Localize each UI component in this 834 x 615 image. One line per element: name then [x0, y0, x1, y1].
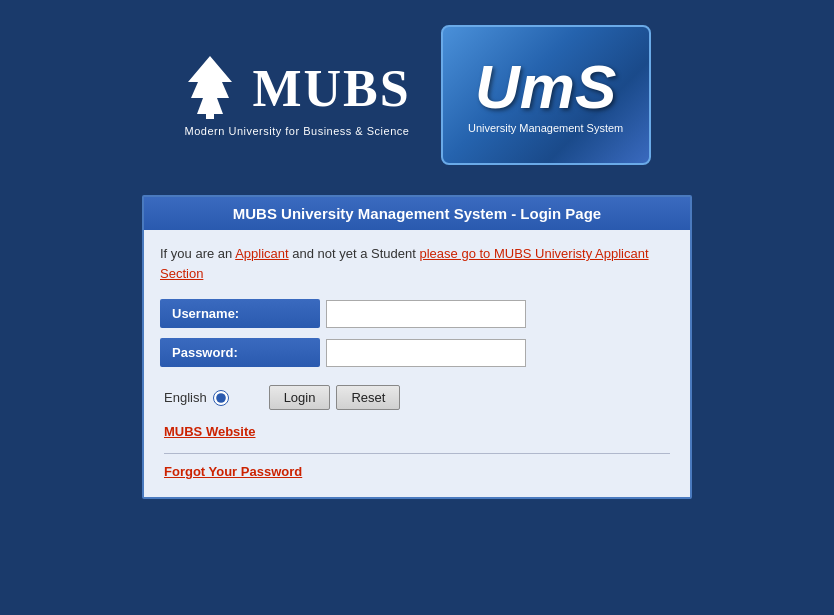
username-row: Username: — [160, 299, 674, 328]
username-input[interactable] — [326, 300, 526, 328]
divider — [164, 453, 670, 454]
notice-pre: If you are an — [160, 246, 235, 261]
mubs-wordmark: MUBS — [252, 59, 410, 118]
reset-button[interactable]: Reset — [336, 385, 400, 410]
password-row: Password: — [160, 338, 674, 367]
login-body: If you are an Applicant and not yet a St… — [144, 230, 690, 497]
header-section: MUBS Modern University for Business & Sc… — [0, 0, 834, 185]
mubs-logo: MUBS Modern University for Business & Sc… — [183, 54, 410, 137]
ums-subtitle: University Management System — [468, 122, 623, 134]
svg-rect-1 — [206, 112, 214, 119]
notice-post: and not yet a Student — [292, 246, 419, 261]
password-input[interactable] — [326, 339, 526, 367]
language-label: English — [164, 390, 207, 405]
form-actions: English Login Reset — [160, 377, 674, 418]
login-box: MUBS University Management System - Logi… — [142, 195, 692, 499]
links-section: MUBS Website Forgot Your Password — [160, 418, 674, 483]
password-label: Password: — [160, 338, 320, 367]
forgot-password-link[interactable]: Forgot Your Password — [164, 464, 670, 479]
login-container: MUBS University Management System - Logi… — [0, 185, 834, 509]
language-section: English — [164, 390, 229, 406]
ums-text: UmS — [475, 56, 616, 118]
mubs-subtitle: Modern University for Business & Science — [185, 125, 410, 137]
mubs-website-link[interactable]: MUBS Website — [164, 424, 670, 439]
username-label: Username: — [160, 299, 320, 328]
tree-icon — [183, 54, 238, 123]
svg-marker-0 — [188, 56, 232, 114]
applicant-link[interactable]: Applicant — [235, 246, 288, 261]
login-button[interactable]: Login — [269, 385, 331, 410]
language-radio[interactable] — [213, 390, 229, 406]
login-title: MUBS University Management System - Logi… — [144, 197, 690, 230]
ums-logo: UmS University Management System — [441, 25, 651, 165]
btn-group: Login Reset — [269, 385, 401, 410]
applicant-notice: If you are an Applicant and not yet a St… — [160, 244, 674, 283]
